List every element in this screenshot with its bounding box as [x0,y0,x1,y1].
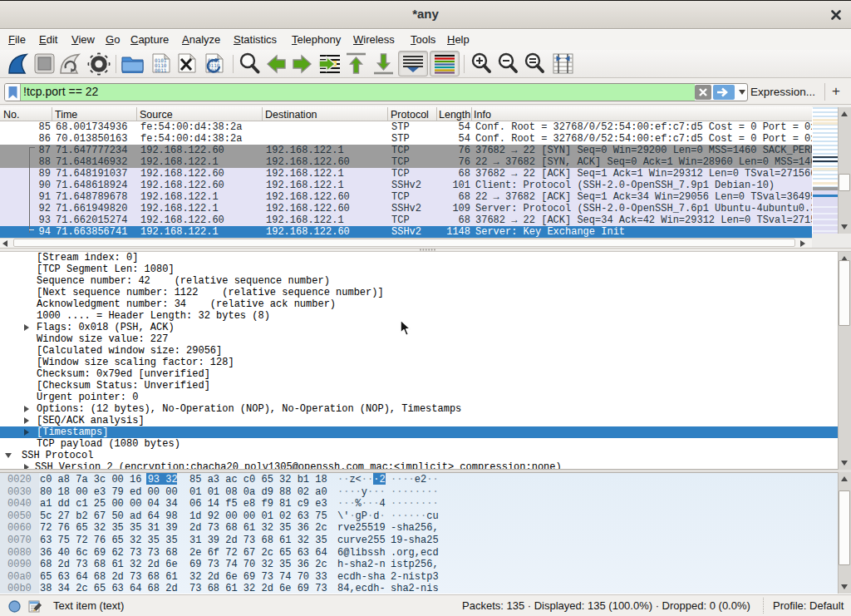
svg-text:0011: 0011 [155,67,167,73]
